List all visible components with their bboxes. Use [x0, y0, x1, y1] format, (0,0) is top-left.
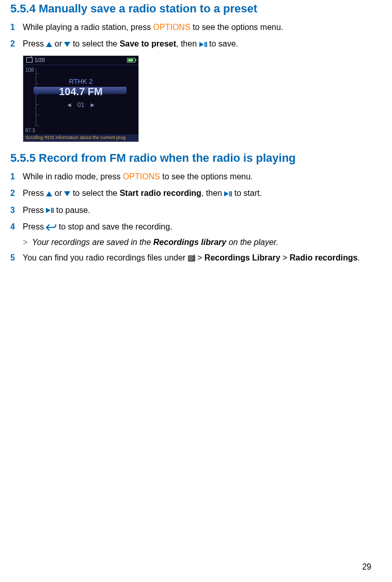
radio-recordings-label: Radio recordings	[290, 253, 358, 262]
preset-selector: ◄ 01 ►	[23, 101, 138, 109]
down-arrow-icon	[64, 42, 70, 47]
text: Press	[23, 222, 46, 231]
step-text: Press to pause.	[23, 205, 371, 216]
radio-screenshot: 1/20 108 87.5 RTHK 2 104.7 FM ◄ 01 ► Scr…	[23, 55, 139, 142]
text: >	[280, 253, 290, 262]
step-5-5-4-1: 1 While playing a radio station, press O…	[10, 22, 371, 33]
step-5-5-5-5: 5 You can find you radio recordings file…	[10, 252, 371, 264]
freq-tick	[36, 73, 39, 74]
text: to select the	[70, 189, 119, 197]
heading-5-5-5: 5.5.5 Record from FM radio when the radi…	[10, 151, 371, 165]
text: to see the options menu.	[160, 172, 253, 181]
note-text: Your recordings are saved in the Recordi…	[32, 238, 278, 247]
battery-icon	[127, 58, 135, 63]
step-number: 1	[10, 171, 23, 182]
text: or	[52, 189, 64, 197]
down-arrow-icon	[64, 191, 70, 196]
text: on the player.	[226, 238, 278, 247]
options-key: OPTIONS	[123, 172, 160, 181]
text: to select the	[70, 39, 119, 48]
station-name: RTHK 2	[23, 78, 138, 85]
frequency-label: 104.7 FM	[23, 86, 138, 98]
step-5-5-5-2: 2 Press or to select the Start radio rec…	[10, 188, 371, 199]
up-arrow-icon	[46, 191, 52, 196]
up-arrow-icon	[46, 42, 52, 47]
text: , then	[201, 189, 224, 197]
step-5-5-5-4: 4 Press to stop and save the recording.	[10, 221, 371, 233]
step-number: 2	[10, 188, 23, 199]
text: Press	[23, 39, 46, 48]
recordings-library-label: Recordings Library	[205, 253, 280, 262]
text: to save.	[207, 39, 238, 48]
recordings-icon	[188, 255, 195, 262]
text: Your recordings are saved in the	[32, 238, 153, 247]
step-number: 1	[10, 22, 23, 33]
text: Press	[23, 189, 46, 197]
page-number: 29	[362, 562, 371, 572]
rds-scroll-text: Scrolling RDS information about the curr…	[23, 134, 138, 142]
step-5-5-4-2: 2 Press or to select the Save to preset,…	[10, 38, 371, 50]
radio-status-bar: 1/20	[23, 56, 138, 65]
step-text: Press or to select the Save to preset, t…	[23, 38, 371, 50]
play-pause-icon	[224, 191, 232, 196]
save-to-preset-label: Save to preset	[120, 39, 176, 48]
freq-tick	[36, 115, 39, 115]
step-text: You can find you radio recordings files …	[23, 252, 371, 264]
step-number: 3	[10, 205, 23, 216]
text: You can find you radio recordings files …	[23, 253, 188, 262]
next-preset-icon: ►	[89, 101, 96, 109]
text: .	[357, 253, 359, 262]
freq-lo-label: 87.5	[25, 128, 35, 133]
prev-preset-icon: ◄	[66, 101, 72, 109]
play-pause-icon	[199, 42, 207, 47]
text: While in radio mode, press	[23, 172, 123, 181]
step-5-5-5-1: 1 While in radio mode, press OPTIONS to …	[10, 171, 371, 182]
text: While playing a radio station, press	[23, 23, 153, 32]
step-number: 5	[10, 252, 23, 264]
freq-tick	[36, 125, 39, 126]
text: to start.	[232, 189, 262, 197]
text: or	[52, 39, 64, 48]
text: to stop and save the recording.	[56, 222, 172, 231]
recordings-library-label: Recordings library	[153, 238, 226, 247]
preset-counter: 1/20	[35, 57, 44, 63]
text: to pause.	[54, 206, 90, 215]
heading-5-5-4: 5.5.4 Manually save a radio station to a…	[10, 2, 371, 16]
radio-icon	[26, 57, 33, 63]
options-key: OPTIONS	[153, 23, 191, 32]
step-number: 4	[10, 221, 23, 233]
note-bullet: >	[23, 238, 32, 247]
back-arrow-icon	[46, 224, 56, 231]
text: to see the options menu.	[191, 23, 284, 32]
recording-note: > Your recordings are saved in the Recor…	[23, 238, 371, 247]
play-pause-icon	[46, 208, 54, 213]
step-text: While in radio mode, press OPTIONS to se…	[23, 171, 371, 182]
step-text: While playing a radio station, press OPT…	[23, 22, 371, 33]
text: Press	[23, 206, 46, 215]
preset-number: 01	[77, 101, 84, 109]
step-number: 2	[10, 38, 23, 50]
start-radio-recording-label: Start radio recording	[120, 189, 201, 197]
text: >	[195, 253, 205, 262]
step-text: Press or to select the Start radio recor…	[23, 188, 371, 199]
step-text: Press to stop and save the recording.	[23, 221, 371, 233]
freq-hi-label: 108	[25, 67, 34, 73]
step-5-5-5-3: 3 Press to pause.	[10, 205, 371, 216]
text: , then	[176, 39, 199, 48]
